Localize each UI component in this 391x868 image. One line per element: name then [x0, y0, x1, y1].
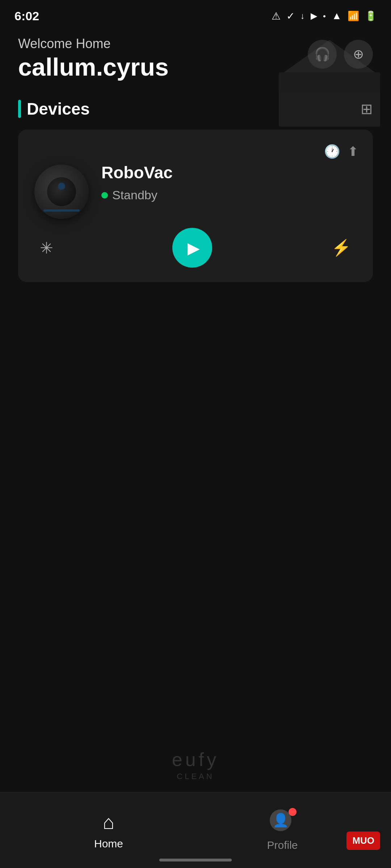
spin-icon: ✳ — [40, 239, 53, 257]
header-left: Welcome Home callum.cyrus — [18, 36, 169, 81]
charge-button[interactable]: ⚡ — [331, 238, 351, 257]
eufy-logo: eufy — [172, 749, 219, 770]
status-label: Standby — [112, 188, 157, 202]
profile-avatar-icon: 👤 — [270, 809, 291, 831]
eufy-branding: eufy CLEAN — [172, 749, 219, 781]
profile-nav-label: Profile — [267, 839, 298, 851]
muo-badge: MUO — [346, 831, 380, 850]
nav-item-profile[interactable]: 👤 Profile — [196, 809, 369, 851]
username-text: callum.cyrus — [18, 53, 169, 81]
status-icons: ⚠ ✓ ↓ ▶ ● ▲ 📶 🔋 — [272, 10, 377, 22]
youtube-icon: ▶ — [311, 11, 317, 21]
welcome-text: Welcome Home — [18, 36, 169, 51]
status-time: 6:02 — [14, 9, 39, 23]
dot-icon: ● — [323, 13, 326, 19]
devices-accent — [18, 100, 21, 118]
home-icon: ⌂ — [103, 811, 115, 833]
signal-icon: 📶 — [348, 10, 359, 22]
house-illustration — [261, 40, 391, 148]
robovac-inner — [47, 177, 76, 206]
robovac-image — [34, 165, 89, 219]
bottom-nav: ⌂ Home 👤 Profile — [0, 792, 391, 868]
eufy-tagline: CLEAN — [172, 772, 219, 781]
home-nav-label: Home — [94, 838, 123, 850]
robovac-dot — [58, 183, 65, 190]
wifi-icon: ▲ — [332, 10, 342, 22]
devices-title-container: Devices — [18, 99, 90, 119]
battery-icon: 🔋 — [365, 10, 377, 22]
profile-icon-container: 👤 — [270, 809, 295, 835]
device-card-top: RoboVac Standby — [33, 163, 358, 221]
spin-button[interactable]: ✳ — [40, 239, 53, 257]
status-bar: 6:02 ⚠ ✓ ↓ ▶ ● ▲ 📶 🔋 — [0, 0, 391, 29]
alert-icon: ⚠ — [272, 10, 281, 22]
start-clean-button[interactable]: ▶ — [172, 228, 212, 268]
nav-item-home[interactable]: ⌂ Home — [22, 811, 196, 850]
device-card-actions: ✳ ▶ ⚡ — [33, 228, 358, 268]
play-icon: ▶ — [188, 239, 200, 257]
devices-title: Devices — [27, 99, 90, 119]
plug-icon: ⚡ — [331, 238, 351, 257]
device-name: RoboVac — [101, 163, 358, 182]
device-image-container — [33, 163, 91, 221]
device-card: 🕐 ⬆ RoboVac Standby — [18, 129, 373, 282]
bottom-indicator — [159, 859, 232, 861]
check-icon: ✓ — [286, 10, 295, 22]
status-indicator — [101, 192, 108, 199]
device-status: Standby — [101, 188, 358, 202]
download-icon: ↓ — [300, 11, 305, 21]
device-info: RoboVac Standby — [101, 163, 358, 202]
profile-badge — [289, 808, 297, 816]
